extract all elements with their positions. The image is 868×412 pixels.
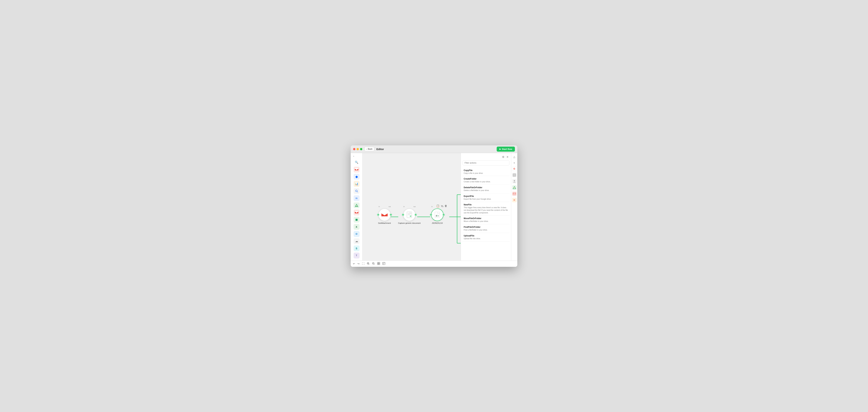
clipboard-icon[interactable]: 📋	[436, 204, 439, 207]
action-item-createfolder[interactable]: CreateFolder Create a new folder in your…	[462, 176, 510, 185]
label-capture: Capture generic document	[398, 222, 421, 224]
out-label-json2xlsx: out	[441, 206, 443, 207]
svg-rect-37	[379, 264, 380, 265]
svg-rect-17	[435, 212, 440, 217]
main-area: » 🔍 ◆ 📊 31 ▦ X O ☁ S T	[351, 153, 517, 261]
out-label-get-attachment: out	[389, 206, 391, 207]
svg-rect-35	[379, 262, 380, 263]
chevron-left-icon: ‹	[366, 148, 367, 150]
triangle-icon[interactable]: △	[512, 154, 517, 159]
node-circle-json2xlsx	[431, 208, 443, 221]
page-title: Editor	[376, 148, 384, 150]
email-edge-icon[interactable]	[512, 192, 517, 196]
in-label-capture: in	[403, 206, 405, 207]
input-dot-capture	[402, 214, 404, 216]
output-dot-get-attachment	[390, 214, 392, 216]
action-list: CopyFile Copy a file in your drive. Crea…	[461, 167, 511, 261]
svg-line-2	[357, 192, 358, 192]
back-button[interactable]: ‹ Back	[364, 147, 374, 151]
action-name-exportfile: ExportFile	[464, 195, 508, 197]
action-desc-newfile: This trigger fires every time there's a …	[464, 206, 508, 214]
action-item-movefileorfolder[interactable]: MoveFileOrFolder Move a file/folder in y…	[462, 216, 510, 224]
undo-button[interactable]: ↩	[352, 262, 355, 266]
svg-rect-36	[377, 264, 378, 265]
node-capture-generic[interactable]: in out Capture generic document	[398, 208, 421, 224]
table-button[interactable]	[382, 262, 386, 266]
zoom-out-button[interactable]	[372, 262, 375, 266]
sidebar-item-google-drive[interactable]	[353, 202, 360, 208]
action-panel: ⚙ ✕ CopyFile Copy a file in your drive. …	[461, 153, 511, 261]
svg-point-1	[355, 190, 357, 192]
expand-sidebar-button[interactable]: »	[352, 155, 355, 158]
back-label: Back	[368, 148, 373, 150]
settings-icon-button[interactable]: ⚙	[502, 155, 505, 159]
node-circle-get-attachment	[378, 208, 391, 221]
grid-button[interactable]	[377, 262, 380, 266]
sidebar-item-outlook[interactable]: O	[353, 231, 360, 237]
upload-edge-icon[interactable]	[512, 179, 517, 183]
action-desc-createfolder: Create a new folder in your drive.	[464, 180, 508, 183]
sidebar-item-gmail[interactable]	[353, 210, 360, 215]
input-dot-get-attachment	[377, 214, 379, 216]
titlebar: ‹ Back Editor ▶ Start flow	[351, 145, 517, 153]
app-window: ‹ Back Editor ▶ Start flow » 🔍 ◆ 📊 31	[351, 145, 517, 267]
action-name-deletefileorfolder: DeleteFileOrFolder	[464, 186, 508, 189]
minimize-button[interactable]	[356, 148, 359, 150]
flow-canvas[interactable]: 📋 ✂ 🗑 in out GetAttachment	[363, 153, 461, 261]
action-desc-movefileorfolder: Move a file/folder in your drive.	[464, 220, 508, 222]
sidebar-item-barchart[interactable]: 📊	[353, 181, 360, 187]
action-item-copyfile[interactable]: CopyFile Copy a file in your drive.	[462, 168, 510, 176]
svg-rect-34	[377, 262, 378, 263]
zoom-in-button[interactable]	[366, 262, 370, 266]
action-item-deletefileorfolder[interactable]: DeleteFileOrFolder Delete a file/folder …	[462, 185, 510, 194]
action-desc-copyfile: Copy a file in your drive.	[464, 172, 508, 174]
action-item-exportfile[interactable]: ExportFile Export file from your Google …	[462, 194, 510, 202]
redo-button[interactable]: ↪	[357, 262, 360, 266]
close-panel-button[interactable]: ✕	[506, 155, 509, 159]
sidebar-item-search[interactable]	[353, 188, 360, 194]
filter-actions-input[interactable]	[463, 160, 509, 166]
sidebar-item-teams[interactable]: T	[353, 252, 360, 258]
trash-icon[interactable]: 🗑	[444, 204, 447, 207]
nav-area: ‹ Back Editor	[364, 147, 497, 151]
bottom-toolbar: ↩ ↪ ⛶	[351, 261, 517, 267]
start-flow-button[interactable]: ▶ Start flow	[497, 146, 515, 151]
sidebar-item-dropbox[interactable]: ◆	[353, 174, 360, 179]
sidebar-item-excel[interactable]: X	[353, 224, 360, 230]
action-desc-exportfile: Export file from your Google drive.	[464, 198, 508, 200]
action-item-newfile[interactable]: NewFile This trigger fires every time th…	[462, 202, 510, 216]
google-drive-edge-icon[interactable]	[512, 185, 517, 190]
svg-line-28	[369, 264, 369, 265]
svg-rect-26	[513, 193, 516, 195]
out-label-capture: out	[413, 206, 415, 207]
action-item-uploadfile[interactable]: UploadFile Upload file into drive.	[462, 233, 510, 242]
table-edge-icon[interactable]	[512, 173, 517, 177]
chevron-left-edge-icon[interactable]: «	[512, 160, 517, 165]
node-get-attachment[interactable]: in out GetAttachment	[378, 208, 391, 224]
input-dot-json2xlsx	[430, 214, 432, 216]
fit-screen-button[interactable]: ⛶	[362, 262, 365, 266]
sidebar-item-sharepoint[interactable]: S	[353, 245, 360, 251]
sidebar-item-gmail-red[interactable]	[353, 167, 360, 172]
sidebar-item-calendar[interactable]: 31	[353, 195, 360, 201]
gmail-edge-icon[interactable]: G	[512, 167, 517, 171]
close-button[interactable]	[353, 148, 355, 150]
sidebar-left: » 🔍 ◆ 📊 31 ▦ X O ☁ S T	[351, 153, 363, 261]
right-edge-panel: △ « G H	[511, 153, 517, 261]
play-icon: ▶	[499, 148, 501, 150]
sidebar-item-icloud[interactable]: ☁	[353, 238, 360, 244]
node-circle-capture	[403, 208, 415, 221]
label-json2xlsx: JSON2XLSX	[432, 222, 443, 224]
sidebar-item-sheets[interactable]: ▦	[353, 217, 360, 222]
maximize-button[interactable]	[360, 148, 362, 150]
node-json2xlsx[interactable]: in out JSON2XLSX	[431, 208, 443, 224]
action-panel-header: ⚙ ✕	[461, 153, 511, 159]
action-name-movefileorfolder: MoveFileOrFolder	[464, 217, 508, 219]
output-dot-capture	[415, 214, 416, 216]
homeaway-edge-icon[interactable]: H	[512, 198, 517, 202]
in-label-get-attachment: in	[379, 206, 380, 207]
search-icon[interactable]: 🔍	[353, 159, 360, 166]
svg-rect-20	[513, 174, 516, 176]
action-item-findfileorfolder[interactable]: FindFileOrFolder Find a file/folder in y…	[462, 224, 510, 233]
action-name-newfile: NewFile	[464, 204, 508, 206]
